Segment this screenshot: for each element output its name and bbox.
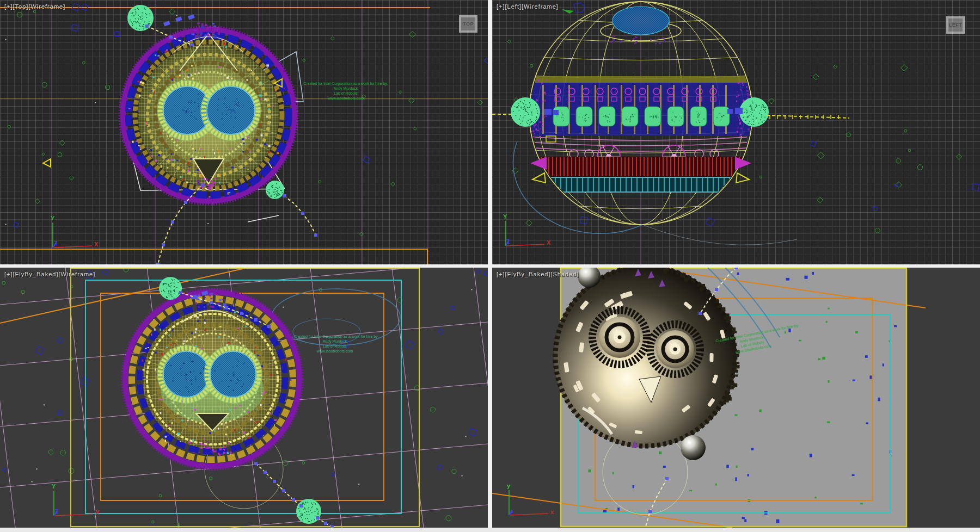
watermark-line: Andy Murdock <box>294 339 376 344</box>
svg-text:x: x <box>550 509 554 515</box>
viewcube-top[interactable]: TOP <box>459 15 477 33</box>
viewport-top-art: YXZ <box>0 0 488 264</box>
watermark-line: Lab of Robots <box>294 344 376 349</box>
viewcube-left[interactable]: LEFT <box>946 16 965 34</box>
watermark-line: www.labofrobots.com <box>302 96 389 101</box>
viewport-top-label[interactable]: [+][Top][Wireframe] <box>4 3 65 10</box>
svg-text:Z: Z <box>506 239 510 245</box>
viewport-flyby-wireframe-label[interactable]: [+][FlyBy_Baked][Wireframe] <box>4 271 95 277</box>
viewport-flyby-shaded[interactable]: yxz [+][FlyBy_Baked][Shaded] Created for… <box>492 268 980 528</box>
viewport-left[interactable]: YXZ [+][Left][Wireframe] LEFT <box>492 0 980 264</box>
watermark-text: Created for Intel Corporation as a work … <box>302 81 389 101</box>
viewport-splitter-horizontal[interactable] <box>0 264 980 268</box>
svg-text:X: X <box>94 241 99 248</box>
viewport-flyby-wireframe-art: YXZ <box>0 268 488 528</box>
svg-text:Z: Z <box>55 509 58 515</box>
svg-text:z: z <box>510 508 513 514</box>
svg-text:X: X <box>95 509 100 516</box>
watermark-line: Created for Intel Corporation as a work … <box>302 81 389 86</box>
watermark-line: Lab of Robots <box>302 91 389 96</box>
viewport-flyby-wireframe[interactable]: YXZ [+][FlyBy_Baked][Wireframe] Created … <box>0 268 488 528</box>
svg-text:Z: Z <box>54 240 57 246</box>
svg-text:X: X <box>547 239 551 246</box>
viewport-grid: YXZ [+][Top][Wireframe] TOP Created for … <box>0 0 980 532</box>
svg-text:y: y <box>507 482 511 489</box>
timeline-edge-strip <box>0 528 980 532</box>
svg-text:Y: Y <box>503 213 507 220</box>
watermark-line: Andy Murdock <box>302 86 389 91</box>
viewport-flyby-shaded-art: yxz <box>492 268 980 528</box>
viewport-left-art: YXZ <box>492 0 980 264</box>
svg-text:Y: Y <box>51 215 55 221</box>
watermark-line: www.labofrobots.com <box>294 349 376 354</box>
viewport-top[interactable]: YXZ [+][Top][Wireframe] TOP Created for … <box>0 0 488 264</box>
watermark-line: Created for Intel Corporation as a work … <box>294 334 376 339</box>
svg-text:Y: Y <box>52 483 56 490</box>
watermark-text: Created for Intel Corporation as a work … <box>294 334 376 354</box>
viewport-left-label[interactable]: [+][Left][Wireframe] <box>497 3 559 10</box>
viewport-flyby-shaded-label[interactable]: [+][FlyBy_Baked][Shaded] <box>497 271 579 277</box>
